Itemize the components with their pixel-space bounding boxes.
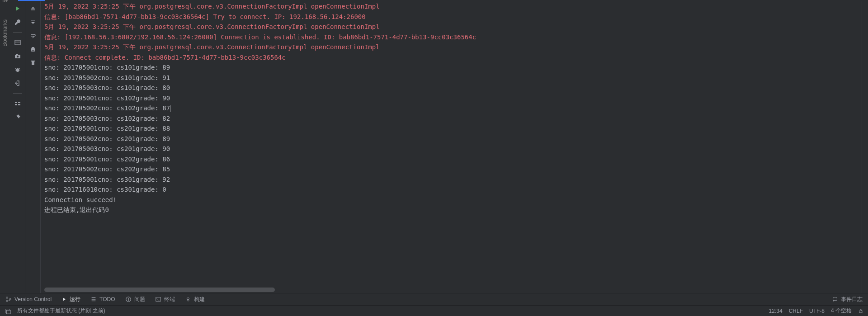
- console-line: sno: 201705003cno: cs201grade: 90: [44, 144, 858, 154]
- scroll-up-icon[interactable]: [29, 5, 37, 12]
- svg-rect-13: [18, 104, 20, 105]
- svg-point-23: [6, 300, 8, 302]
- wrench-icon[interactable]: [14, 19, 21, 26]
- bookmarks-tool-tab[interactable]: Bookmarks: [2, 19, 8, 47]
- svg-rect-4: [16, 54, 18, 55]
- console-line: sno: 201705001cno: cs202grade: 86: [44, 154, 858, 165]
- indent-settings[interactable]: 4 个空格: [831, 307, 852, 315]
- tab-build[interactable]: 构建: [185, 296, 205, 303]
- console-line: 信息: [bab86bd1-7571-4d77-bb13-9cc03c36564…: [44, 12, 858, 22]
- svg-point-5: [16, 68, 19, 72]
- svg-rect-35: [859, 311, 862, 313]
- vertical-scrollbar[interactable]: [862, 1, 868, 293]
- svg-rect-20: [32, 61, 34, 65]
- print-icon[interactable]: [29, 46, 37, 53]
- lock-icon[interactable]: [858, 308, 863, 314]
- console-line: sno: 201705002cno: cs102grade: 87: [44, 103, 858, 113]
- tab-todo[interactable]: TODO: [90, 296, 115, 302]
- cursor-position[interactable]: 12:34: [769, 308, 783, 314]
- clear-icon[interactable]: [29, 59, 37, 66]
- tab-label: 运行: [70, 296, 80, 303]
- console-line: 5月 19, 2022 3:25:25 下午 org.postgresql.co…: [44, 42, 858, 52]
- separator: [13, 93, 22, 94]
- tab-label: 问题: [134, 296, 145, 303]
- svg-rect-21: [31, 61, 35, 61]
- tab-label: TODO: [99, 296, 115, 302]
- svg-rect-19: [32, 50, 34, 52]
- svg-rect-12: [15, 104, 17, 105]
- tab-label: 事件日志: [841, 296, 863, 303]
- console-line: sno: 201705001cno: cs102grade: 90: [44, 93, 858, 104]
- console-line: sno: 201705001cno: cs301grade: 92: [44, 175, 858, 185]
- tab-version-control[interactable]: Version Control: [5, 296, 52, 302]
- pin-icon[interactable]: [14, 113, 21, 121]
- horizontal-scrollbar[interactable]: [44, 288, 275, 292]
- tiles-icon[interactable]: [14, 100, 21, 107]
- svg-rect-11: [18, 102, 20, 103]
- svg-rect-15: [31, 21, 35, 22]
- svg-rect-0: [15, 40, 20, 45]
- camera-icon[interactable]: [14, 52, 21, 60]
- left-tool-strip: 结构 Bookmarks: [0, 1, 10, 293]
- separator: [13, 32, 22, 33]
- soft-wrap-icon[interactable]: [29, 32, 37, 39]
- console-line: 5月 19, 2022 3:25:25 下午 org.postgresql.co…: [44, 22, 858, 32]
- line-separator[interactable]: CRLF: [789, 308, 803, 314]
- svg-point-22: [6, 297, 8, 299]
- tab-problems[interactable]: 问题: [125, 296, 145, 303]
- console-line: sno: 201716010cno: cs301grade: 0: [44, 184, 858, 195]
- console-line: sno: 201705002cno: cs201grade: 89: [44, 134, 858, 144]
- tab-terminal[interactable]: 终端: [155, 296, 175, 303]
- console-line: sno: 201705002cno: cs101grade: 91: [44, 73, 858, 83]
- run-toolbar-primary: [10, 1, 25, 293]
- run-toolbar-secondary: [25, 1, 41, 293]
- vcs-status-icon[interactable]: [5, 308, 11, 314]
- console-line: 进程已结束,退出代码0: [44, 205, 858, 215]
- console-line: sno: 201705002cno: cs202grade: 85: [44, 164, 858, 175]
- console-line: sno: 201705003cno: cs102grade: 82: [44, 113, 858, 124]
- svg-rect-10: [15, 102, 17, 103]
- console-line: 信息: [192.168.56.3:6802/192.168.56.124:26…: [44, 32, 858, 42]
- console-output[interactable]: 5月 19, 2022 3:25:25 下午 org.postgresql.co…: [41, 1, 862, 293]
- svg-rect-32: [833, 297, 837, 301]
- console-line: sno: 201705001cno: cs201grade: 88: [44, 123, 858, 134]
- console-line: Connection succeed!: [44, 195, 858, 205]
- console-line: 信息: Connect complete. ID: bab86bd1-7571-…: [44, 52, 858, 63]
- tab-label: 构建: [194, 296, 205, 303]
- layout-icon[interactable]: [14, 39, 21, 46]
- svg-line-8: [15, 68, 17, 69]
- svg-point-3: [16, 56, 18, 57]
- bug-icon[interactable]: [14, 66, 21, 73]
- svg-rect-18: [32, 47, 34, 48]
- exit-icon[interactable]: [14, 80, 21, 87]
- svg-line-9: [19, 68, 20, 69]
- status-bar: 所有文件都处于最新状态 (片刻 之前) 12:34 CRLF UTF-8 4 个…: [0, 305, 868, 316]
- console-line: 5月 19, 2022 3:25:25 下午 org.postgresql.co…: [44, 1, 858, 12]
- console-line: sno: 201705001cno: cs101grade: 89: [44, 62, 858, 73]
- rerun-icon[interactable]: [14, 5, 21, 12]
- text-caret: [170, 105, 170, 112]
- bottom-tool-tabs: Version Control 运行 TODO 问题 终端 构建 事件日志: [0, 293, 868, 305]
- file-encoding[interactable]: UTF-8: [809, 308, 825, 314]
- svg-point-30: [128, 300, 129, 301]
- tab-event-log[interactable]: 事件日志: [832, 296, 863, 303]
- vcs-status-text[interactable]: 所有文件都处于最新状态 (片刻 之前): [17, 307, 105, 315]
- svg-rect-31: [156, 297, 160, 302]
- scroll-down-icon[interactable]: [29, 19, 37, 26]
- console-line: sno: 201705003cno: cs101grade: 80: [44, 83, 858, 93]
- svg-rect-14: [31, 9, 35, 10]
- tab-label: Version Control: [14, 296, 52, 302]
- tab-run[interactable]: 运行: [61, 296, 80, 303]
- tab-label: 终端: [164, 296, 175, 303]
- svg-rect-34: [6, 310, 10, 314]
